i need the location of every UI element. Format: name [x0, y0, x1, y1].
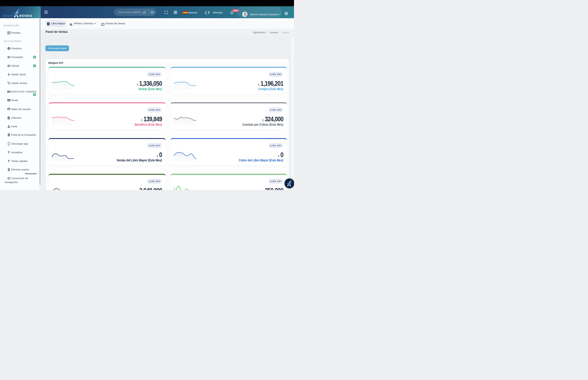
svg-text:€: €: [209, 12, 209, 13]
svg-text:A: A: [245, 13, 246, 14]
svg-text:$: $: [205, 12, 206, 13]
svg-text:$: $: [8, 99, 9, 101]
